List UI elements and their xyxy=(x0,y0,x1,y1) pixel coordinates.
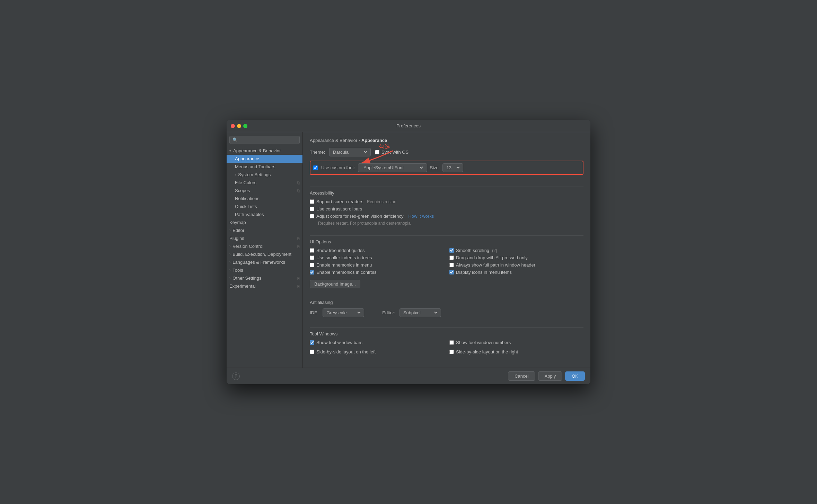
show-tool-window-bars-label[interactable]: Show tool window bars xyxy=(316,340,362,345)
background-image-button[interactable]: Background Image... xyxy=(310,280,360,288)
copy-icon: ⎘ xyxy=(297,284,300,288)
dialog-title: Preferences xyxy=(396,123,421,128)
show-tree-indent-checkbox[interactable] xyxy=(310,248,314,253)
sidebar-item-languages-frameworks[interactable]: › Languages & Frameworks xyxy=(227,258,302,266)
sidebar-item-experimental[interactable]: Experimental ⎘ xyxy=(227,282,302,290)
size-select[interactable]: 13 10 11 12 14 16 xyxy=(442,163,463,172)
sidebar-item-path-variables[interactable]: Path Variables xyxy=(227,210,302,218)
smooth-scrolling-checkbox[interactable] xyxy=(449,248,454,253)
antialiasing-row: IDE: Greyscale Subpixel None Editor: Sub… xyxy=(310,308,583,317)
help-button[interactable]: ? xyxy=(232,372,240,380)
how-it-works-link[interactable]: How it works xyxy=(408,214,434,219)
contrast-scrollbars-label[interactable]: Use contrast scrollbars xyxy=(316,206,362,212)
search-input[interactable] xyxy=(229,136,300,144)
drag-drop-label[interactable]: Drag-and-drop with Alt pressed only xyxy=(456,255,528,260)
copy-icon: ⎘ xyxy=(297,236,300,241)
smaller-indents-label[interactable]: Use smaller indents in trees xyxy=(316,255,372,260)
minimize-button[interactable] xyxy=(237,124,241,128)
sidebar-item-menus-toolbars[interactable]: Menus and Toolbars xyxy=(227,163,302,171)
maximize-button[interactable] xyxy=(243,124,247,128)
display-icons-label[interactable]: Display icons in menu items xyxy=(456,270,512,275)
ui-options-section: UI Options Show tree indent guides Use s… xyxy=(310,239,583,288)
editor-antialiasing-dropdown[interactable]: Subpixel Greyscale None xyxy=(402,310,439,316)
sidebar-item-appearance-behavior[interactable]: ▾ Appearance & Behavior xyxy=(227,147,302,155)
sync-with-os-checkbox[interactable] xyxy=(375,150,379,154)
editor-antialiasing-select[interactable]: Subpixel Greyscale None xyxy=(399,308,441,317)
mnemonics-menu-label[interactable]: Enable mnemonics in menu xyxy=(316,262,372,268)
theme-row: Theme: Darcula IntelliJ Light High Contr… xyxy=(310,148,583,156)
sidebar-item-file-colors[interactable]: File Colors ⎘ xyxy=(227,179,302,187)
mnemonics-controls-checkbox[interactable] xyxy=(310,270,314,274)
custom-font-label[interactable]: Use custom font: xyxy=(321,165,355,170)
support-screen-readers-label[interactable]: Support screen readers xyxy=(316,199,363,204)
custom-font-checkbox[interactable] xyxy=(313,165,318,170)
side-by-side-left-label[interactable]: Side-by-side layout on the left xyxy=(316,349,376,354)
sidebar-item-other-settings[interactable]: › Other Settings ⎘ xyxy=(227,274,302,282)
side-by-side-right-row: Side-by-side layout on the right xyxy=(449,349,583,354)
side-by-side-left-row: Side-by-side layout on the left xyxy=(310,349,444,354)
display-icons-checkbox[interactable] xyxy=(449,270,454,274)
traffic-lights xyxy=(231,124,247,128)
sidebar-item-system-settings[interactable]: › System Settings xyxy=(227,171,302,179)
theme-select[interactable]: Darcula IntelliJ Light High Contrast xyxy=(329,148,371,156)
antialiasing-section: Antialiasing IDE: Greyscale Subpixel Non… xyxy=(310,300,583,320)
sync-with-os-label[interactable]: Sync with OS xyxy=(381,150,408,155)
close-button[interactable] xyxy=(231,124,235,128)
full-path-checkbox[interactable] xyxy=(449,263,454,267)
chevron-icon: › xyxy=(229,228,230,232)
sidebar-item-notifications[interactable]: Notifications xyxy=(227,195,302,202)
side-by-side-right-checkbox[interactable] xyxy=(449,350,454,354)
show-tool-window-numbers-row: Show tool window numbers xyxy=(449,340,583,345)
sidebar-item-version-control[interactable]: › Version Control ⎘ xyxy=(227,242,302,250)
ide-antialiasing-dropdown[interactable]: Greyscale Subpixel None xyxy=(325,310,362,316)
red-green-label[interactable]: Adjust colors for red-green vision defic… xyxy=(316,214,403,219)
show-tool-window-numbers-checkbox[interactable] xyxy=(449,340,454,345)
ui-options-right: Smooth scrolling (?) Drag-and-drop with … xyxy=(449,248,583,277)
show-tool-window-bars-checkbox[interactable] xyxy=(310,340,314,345)
ui-options-left: Show tree indent guides Use smaller inde… xyxy=(310,248,444,277)
size-dropdown[interactable]: 13 10 11 12 14 16 xyxy=(445,165,461,171)
support-screen-readers-checkbox[interactable] xyxy=(310,199,314,204)
font-select[interactable]: .AppleSystemUIFont Arial Courier New xyxy=(358,163,427,172)
red-green-sub-note: Requires restart. For protanopia and deu… xyxy=(318,221,583,226)
side-by-side-right-label[interactable]: Side-by-side layout on the right xyxy=(456,349,518,354)
sidebar-item-plugins[interactable]: Plugins ⎘ xyxy=(227,234,302,242)
dialog-body: ▾ Appearance & Behavior Appearance Menus… xyxy=(227,132,590,368)
ui-options-grid: Show tree indent guides Use smaller inde… xyxy=(310,248,583,277)
title-bar: Preferences xyxy=(227,120,590,132)
side-by-side-left-checkbox[interactable] xyxy=(310,350,314,354)
theme-dropdown[interactable]: Darcula IntelliJ Light High Contrast xyxy=(332,149,368,155)
sidebar-item-editor[interactable]: › Editor xyxy=(227,226,302,234)
font-dropdown[interactable]: .AppleSystemUIFont Arial Courier New xyxy=(361,165,424,171)
sidebar-item-build-execution[interactable]: › Build, Execution, Deployment xyxy=(227,250,302,258)
contrast-scrollbars-checkbox[interactable] xyxy=(310,207,314,211)
sidebar-item-quick-lists[interactable]: Quick Lists xyxy=(227,202,302,210)
sidebar-item-tools[interactable]: › Tools xyxy=(227,266,302,274)
cancel-button[interactable]: Cancel xyxy=(508,371,535,381)
smaller-indents-checkbox[interactable] xyxy=(310,255,314,260)
smooth-scrolling-label[interactable]: Smooth scrolling xyxy=(456,248,489,253)
drag-drop-checkbox[interactable] xyxy=(449,255,454,260)
mnemonics-controls-label[interactable]: Enable mnemonics in controls xyxy=(316,270,376,275)
antialiasing-title: Antialiasing xyxy=(310,300,583,305)
editor-label: Editor: xyxy=(382,310,395,315)
mnemonics-controls-row: Enable mnemonics in controls xyxy=(310,270,444,275)
full-path-label[interactable]: Always show full path in window header xyxy=(456,262,535,268)
sidebar-item-scopes[interactable]: Scopes ⎘ xyxy=(227,187,302,195)
apply-button[interactable]: Apply xyxy=(538,371,563,381)
sidebar-item-appearance[interactable]: Appearance xyxy=(227,155,302,163)
show-tool-window-bars-row: Show tool window bars xyxy=(310,340,444,345)
main-content: Appearance & Behavior › Appearance Theme… xyxy=(303,132,590,368)
section-divider-3 xyxy=(310,296,583,296)
preferences-dialog: Preferences ▾ Appearance & Behavior Appe… xyxy=(227,120,590,384)
ide-antialiasing-select[interactable]: Greyscale Subpixel None xyxy=(323,308,364,317)
ui-options-title: UI Options xyxy=(310,239,583,244)
show-tool-window-numbers-label[interactable]: Show tool window numbers xyxy=(456,340,511,345)
ok-button[interactable]: OK xyxy=(565,371,585,381)
drag-drop-row: Drag-and-drop with Alt pressed only xyxy=(449,255,583,260)
sidebar-item-keymap[interactable]: Keymap xyxy=(227,218,302,226)
mnemonics-menu-checkbox[interactable] xyxy=(310,263,314,267)
show-tree-indent-label[interactable]: Show tree indent guides xyxy=(316,248,364,253)
red-green-checkbox[interactable] xyxy=(310,214,314,218)
dialog-footer: ? Cancel Apply OK xyxy=(227,368,590,384)
